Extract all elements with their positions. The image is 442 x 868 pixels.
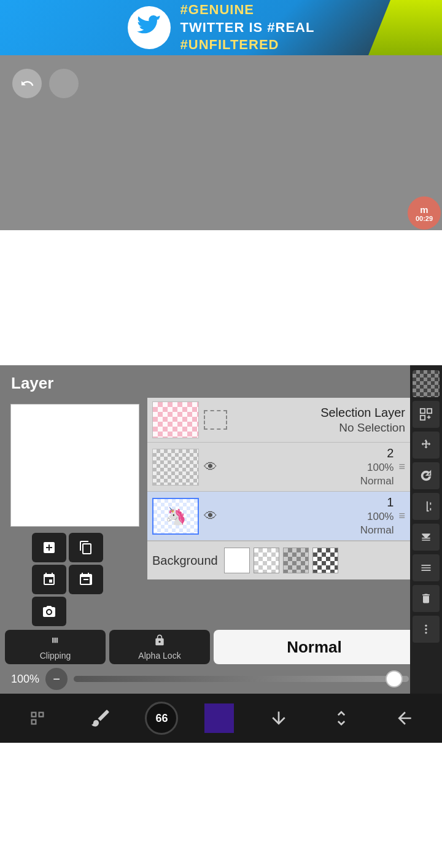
layer-2-visibility[interactable]: 👁 [204,459,217,475]
selection-layer-row[interactable]: Selection Layer No Selection [147,398,410,443]
canvas-preview [10,404,139,527]
opacity-slider[interactable] [74,676,409,682]
selection-layer-info: Selection Layer No Selection [232,406,405,435]
canvas-area-top: m 00:29 [0,55,442,230]
layer-panel: Layer [0,365,442,694]
selection-tool-button[interactable] [19,700,56,737]
layer-1-blend: Normal [360,524,394,537]
bottom-bar: Clipping Alpha Lock Normal ▲ 100% − + [0,626,442,694]
opacity-value: 100% [5,673,39,686]
svg-rect-1 [427,409,432,413]
banner-figure [368,0,442,55]
layer-1-thumb: 🦄 [152,498,199,535]
merge-layer-button[interactable] [32,565,66,594]
background-label: Background [152,554,218,568]
back-button[interactable] [386,700,423,737]
clipping-button[interactable]: Clipping [5,630,106,664]
layer-1-row[interactable]: 🦄 👁 1 100% Normal ≡ [147,492,410,541]
blend-mode-label: Normal [287,638,342,657]
alpha-lock-button[interactable]: Alpha Lock [109,630,210,664]
selection-layer-thumb [152,401,199,438]
record-badge: m 00:29 [408,196,441,230]
more-button[interactable] [413,616,440,643]
undo-button[interactable] [12,69,42,98]
add-layer-button[interactable] [32,533,66,562]
down-layer-button[interactable] [413,524,440,551]
layer-2-info: 2 100% Normal [222,446,394,487]
banner-text: #GENUINE Twitter is #REAL #UNFILTERED [180,1,315,54]
layer-1-visibility[interactable]: 👁 [204,508,217,524]
camera-button[interactable] [32,597,66,626]
svg-point-3 [425,625,427,627]
background-swatches [224,548,338,573]
move-button[interactable] [413,432,440,459]
down-arrow-button[interactable] [260,700,297,737]
swatch-checker-light[interactable] [254,548,279,573]
layer-2-opacity: 100% [367,462,394,474]
alpha-lock-icon [153,634,166,649]
brush-tool-button[interactable] [82,700,119,737]
rotate-button[interactable] [413,462,440,489]
layer-1-drag-handle[interactable]: ≡ [398,510,405,522]
checker-gray [153,449,198,485]
canvas-white-area [0,230,442,365]
background-row: Background [147,541,410,579]
right-toolbar [410,365,442,694]
selection-layer-name: Selection Layer [320,406,405,420]
clipping-icon [49,634,61,649]
blend-mode-button[interactable]: Normal [214,630,415,664]
layer-1-name: 1 [387,495,394,510]
svg-point-4 [425,628,427,630]
swatch-checker-dark[interactable] [312,548,338,573]
layer-2-row[interactable]: 👁 2 100% Normal ≡ [147,443,410,492]
menu-lines-button[interactable] [413,554,440,581]
svg-point-5 [425,632,427,634]
brush-size-indicator[interactable]: 66 [145,702,178,735]
layer-content: Selection Layer No Selection 👁 2 100% No… [0,398,442,626]
bottom-toolbar: 66 [0,694,442,743]
blend-row: Clipping Alpha Lock Normal ▲ [5,630,437,664]
layer-1-info: 1 100% Normal [222,495,394,537]
layer-2-thumb [152,449,199,486]
layer-2-drag-handle[interactable]: ≡ [398,460,405,473]
clipping-label: Clipping [40,651,71,661]
alpha-lock-label: Alpha Lock [138,651,180,661]
swatch-white[interactable] [224,548,250,573]
layer-1-opacity: 100% [367,511,394,523]
circle-button[interactable] [49,69,79,98]
selection-layer-sub: No Selection [339,421,405,435]
opacity-slider-thumb[interactable] [386,670,403,688]
svg-rect-0 [421,409,425,413]
export-layer-button[interactable] [69,565,103,594]
flip-button[interactable] [413,493,440,520]
layer-2-blend: Normal [360,475,394,487]
checker-pink [153,402,198,438]
svg-rect-2 [421,416,425,420]
selection-icon [204,410,227,430]
opacity-minus-button[interactable]: − [45,668,68,690]
layer-actions [32,533,118,626]
twitter-banner: #GENUINE Twitter is #REAL #UNFILTERED [0,0,442,55]
layers-list: Selection Layer No Selection 👁 2 100% No… [147,398,410,626]
layer-2-name: 2 [387,446,394,460]
left-preview [0,398,147,626]
opacity-row: 100% − + [5,668,437,690]
double-down-arrow-button[interactable] [323,700,360,737]
swatch-checker-mid[interactable] [283,548,309,573]
transform-button[interactable] [413,401,440,428]
checkerboard-button[interactable] [413,370,440,397]
trash-button[interactable] [413,585,440,612]
layer-panel-title: Layer [0,365,442,398]
color-swatch-button[interactable] [204,703,234,733]
twitter-logo [128,6,171,49]
duplicate-layer-button[interactable] [69,533,103,562]
